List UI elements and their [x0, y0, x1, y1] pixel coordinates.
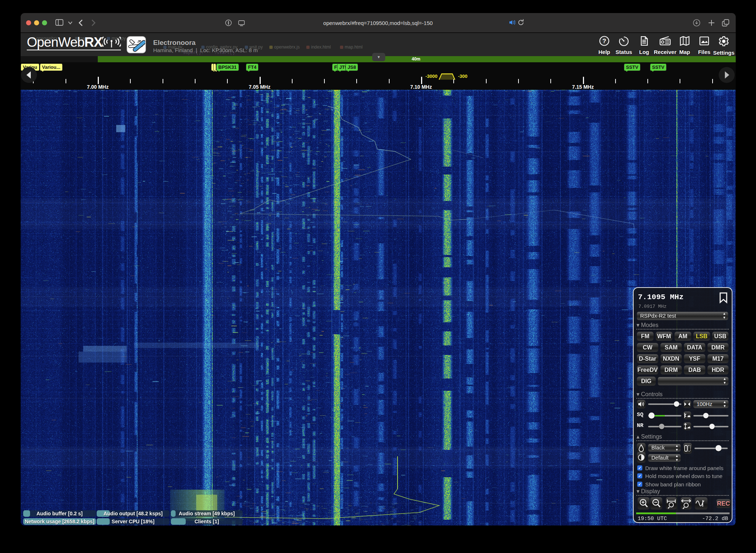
svg-text:?: ? [602, 38, 606, 45]
